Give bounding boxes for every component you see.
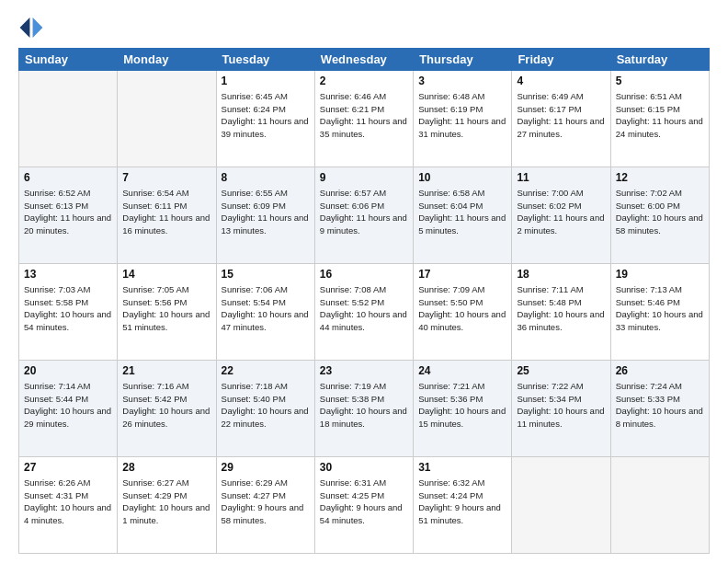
day-cell: 30Sunrise: 6:31 AMSunset: 4:25 PMDayligh… [314, 457, 413, 554]
day-info: Sunrise: 6:26 AMSunset: 4:31 PMDaylight:… [24, 477, 112, 527]
day-number: 25 [517, 363, 605, 379]
day-number: 9 [320, 170, 408, 186]
day-cell: 15Sunrise: 7:06 AMSunset: 5:54 PMDayligh… [216, 264, 314, 361]
day-info: Sunrise: 7:19 AMSunset: 5:38 PMDaylight:… [320, 380, 408, 431]
day-number: 21 [122, 363, 210, 379]
day-number: 8 [222, 170, 310, 186]
day-cell: 27Sunrise: 6:26 AMSunset: 4:31 PMDayligh… [19, 457, 118, 554]
week-row-5: 27Sunrise: 6:26 AMSunset: 4:31 PMDayligh… [19, 457, 710, 554]
day-number: 16 [320, 267, 408, 282]
day-cell [610, 457, 709, 554]
calendar-table: SundayMondayTuesdayWednesdayThursdayFrid… [18, 48, 710, 554]
day-cell: 4Sunrise: 6:49 AMSunset: 6:17 PMDaylight… [512, 71, 610, 167]
week-row-4: 20Sunrise: 7:14 AMSunset: 5:44 PMDayligh… [19, 361, 710, 457]
day-info: Sunrise: 7:13 AMSunset: 5:46 PMDaylight:… [616, 283, 704, 334]
day-info: Sunrise: 7:00 AMSunset: 6:02 PMDaylight:… [517, 187, 605, 237]
day-info: Sunrise: 7:02 AMSunset: 6:00 PMDaylight:… [616, 187, 704, 237]
day-cell: 9Sunrise: 6:57 AMSunset: 6:06 PMDaylight… [314, 167, 413, 264]
col-header-monday: Monday [118, 49, 216, 71]
day-info: Sunrise: 6:52 AMSunset: 6:13 PMDaylight:… [24, 187, 112, 237]
col-header-friday: Friday [512, 49, 610, 71]
day-info: Sunrise: 6:48 AMSunset: 6:19 PMDaylight:… [418, 90, 506, 141]
day-info: Sunrise: 7:11 AMSunset: 5:48 PMDaylight:… [517, 283, 605, 334]
day-cell: 5Sunrise: 6:51 AMSunset: 6:15 PMDaylight… [610, 71, 709, 167]
day-number: 1 [222, 74, 310, 89]
page: SundayMondayTuesdayWednesdayThursdayFrid… [0, 0, 728, 563]
day-cell: 22Sunrise: 7:18 AMSunset: 5:40 PMDayligh… [216, 361, 314, 457]
day-cell: 7Sunrise: 6:54 AMSunset: 6:11 PMDaylight… [118, 167, 216, 264]
day-cell: 18Sunrise: 7:11 AMSunset: 5:48 PMDayligh… [512, 264, 610, 361]
day-cell: 21Sunrise: 7:16 AMSunset: 5:42 PMDayligh… [118, 361, 216, 457]
day-number: 4 [517, 74, 605, 89]
col-header-wednesday: Wednesday [314, 49, 413, 71]
day-info: Sunrise: 7:18 AMSunset: 5:40 PMDaylight:… [222, 380, 310, 431]
day-info: Sunrise: 7:22 AMSunset: 5:34 PMDaylight:… [517, 380, 605, 431]
day-number: 18 [517, 267, 605, 282]
day-number: 22 [222, 363, 310, 379]
day-cell: 19Sunrise: 7:13 AMSunset: 5:46 PMDayligh… [610, 264, 709, 361]
day-info: Sunrise: 7:03 AMSunset: 5:58 PMDaylight:… [24, 283, 112, 334]
day-cell [512, 457, 610, 554]
col-header-thursday: Thursday [414, 49, 512, 71]
day-number: 28 [122, 460, 210, 476]
day-cell: 14Sunrise: 7:05 AMSunset: 5:56 PMDayligh… [118, 264, 216, 361]
day-info: Sunrise: 7:06 AMSunset: 5:54 PMDaylight:… [222, 283, 310, 334]
day-number: 17 [418, 267, 506, 282]
day-cell: 1Sunrise: 6:45 AMSunset: 6:24 PMDaylight… [216, 71, 314, 167]
col-header-saturday: Saturday [610, 49, 709, 71]
day-number: 31 [418, 460, 506, 476]
day-info: Sunrise: 6:57 AMSunset: 6:06 PMDaylight:… [320, 187, 408, 237]
day-info: Sunrise: 6:32 AMSunset: 4:24 PMDaylight:… [418, 477, 506, 527]
svg-marker-0 [33, 17, 43, 38]
col-header-sunday: Sunday [19, 49, 118, 71]
day-cell: 6Sunrise: 6:52 AMSunset: 6:13 PMDaylight… [19, 167, 118, 264]
day-number: 5 [616, 74, 704, 89]
day-cell: 3Sunrise: 6:48 AMSunset: 6:19 PMDaylight… [414, 71, 512, 167]
day-info: Sunrise: 6:46 AMSunset: 6:21 PMDaylight:… [320, 90, 408, 141]
day-cell: 2Sunrise: 6:46 AMSunset: 6:21 PMDaylight… [314, 71, 413, 167]
logo [18, 15, 48, 40]
day-number: 23 [320, 363, 408, 379]
day-cell: 10Sunrise: 6:58 AMSunset: 6:04 PMDayligh… [414, 167, 512, 264]
svg-marker-1 [20, 17, 30, 38]
day-number: 24 [418, 363, 506, 379]
day-number: 15 [222, 267, 310, 282]
day-number: 26 [616, 363, 704, 379]
week-row-3: 13Sunrise: 7:03 AMSunset: 5:58 PMDayligh… [19, 264, 710, 361]
day-info: Sunrise: 7:05 AMSunset: 5:56 PMDaylight:… [122, 283, 210, 334]
day-cell: 28Sunrise: 6:27 AMSunset: 4:29 PMDayligh… [118, 457, 216, 554]
day-number: 7 [122, 170, 210, 186]
day-cell: 12Sunrise: 7:02 AMSunset: 6:00 PMDayligh… [610, 167, 709, 264]
day-info: Sunrise: 6:31 AMSunset: 4:25 PMDaylight:… [320, 477, 408, 527]
day-cell: 25Sunrise: 7:22 AMSunset: 5:34 PMDayligh… [512, 361, 610, 457]
day-info: Sunrise: 7:21 AMSunset: 5:36 PMDaylight:… [418, 380, 506, 431]
day-info: Sunrise: 7:09 AMSunset: 5:50 PMDaylight:… [418, 283, 506, 334]
day-cell: 8Sunrise: 6:55 AMSunset: 6:09 PMDaylight… [216, 167, 314, 264]
day-info: Sunrise: 6:29 AMSunset: 4:27 PMDaylight:… [222, 477, 310, 527]
day-cell: 26Sunrise: 7:24 AMSunset: 5:33 PMDayligh… [610, 361, 709, 457]
day-info: Sunrise: 6:27 AMSunset: 4:29 PMDaylight:… [122, 477, 210, 527]
day-number: 14 [122, 267, 210, 282]
day-number: 30 [320, 460, 408, 476]
day-number: 11 [517, 170, 605, 186]
day-info: Sunrise: 6:55 AMSunset: 6:09 PMDaylight:… [222, 187, 310, 237]
day-number: 3 [418, 74, 506, 89]
day-number: 20 [24, 363, 112, 379]
day-info: Sunrise: 6:54 AMSunset: 6:11 PMDaylight:… [122, 187, 210, 237]
day-cell: 20Sunrise: 7:14 AMSunset: 5:44 PMDayligh… [19, 361, 118, 457]
day-number: 2 [320, 74, 408, 89]
day-cell: 23Sunrise: 7:19 AMSunset: 5:38 PMDayligh… [314, 361, 413, 457]
day-info: Sunrise: 6:45 AMSunset: 6:24 PMDaylight:… [222, 90, 310, 141]
col-header-tuesday: Tuesday [216, 49, 314, 71]
day-info: Sunrise: 6:49 AMSunset: 6:17 PMDaylight:… [517, 90, 605, 141]
day-info: Sunrise: 7:16 AMSunset: 5:42 PMDaylight:… [122, 380, 210, 431]
day-cell: 17Sunrise: 7:09 AMSunset: 5:50 PMDayligh… [414, 264, 512, 361]
header-row: SundayMondayTuesdayWednesdayThursdayFrid… [19, 49, 710, 71]
day-info: Sunrise: 7:08 AMSunset: 5:52 PMDaylight:… [320, 283, 408, 334]
day-number: 10 [418, 170, 506, 186]
day-number: 29 [222, 460, 310, 476]
day-info: Sunrise: 6:51 AMSunset: 6:15 PMDaylight:… [616, 90, 704, 141]
day-cell: 16Sunrise: 7:08 AMSunset: 5:52 PMDayligh… [314, 264, 413, 361]
week-row-2: 6Sunrise: 6:52 AMSunset: 6:13 PMDaylight… [19, 167, 710, 264]
day-number: 27 [24, 460, 112, 476]
